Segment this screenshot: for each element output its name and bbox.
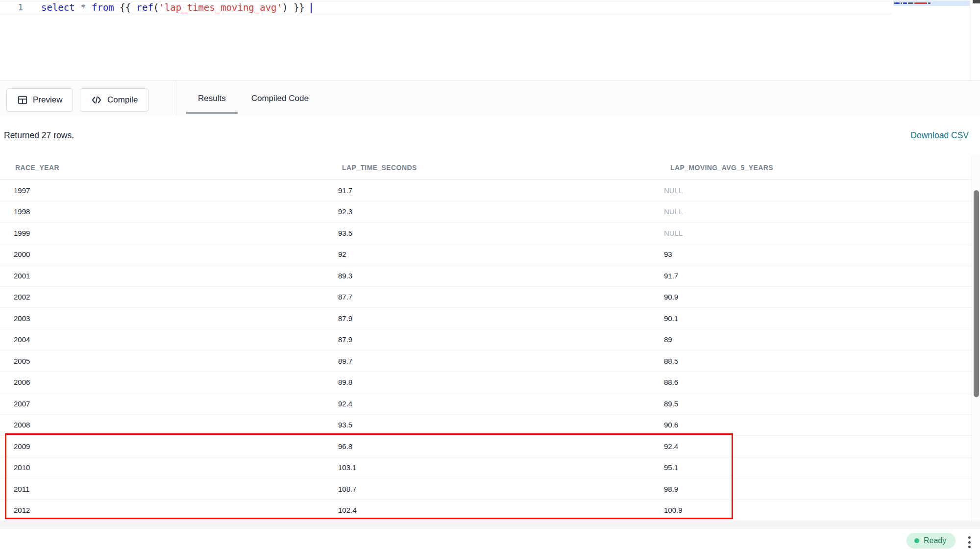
table-row: 20009293: [0, 244, 972, 266]
preview-button[interactable]: Preview: [6, 88, 73, 112]
results-toolbar: Preview Compile ResultsCompiled Code: [0, 80, 980, 115]
table-row: 200589.788.5: [0, 351, 972, 372]
editor-scrollbar-thumb[interactable]: [973, 0, 980, 3]
table-grid-icon: [17, 95, 28, 105]
table-cell: NULL: [664, 229, 972, 237]
table-cell: 93.5: [338, 421, 664, 429]
minimap[interactable]: [893, 0, 970, 6]
table-cell: 90.9: [664, 293, 972, 301]
code-token: select: [41, 2, 75, 13]
table-cell: 92.3: [338, 207, 664, 216]
kebab-dot: [968, 536, 971, 539]
line-number: 1: [15, 2, 26, 12]
table-row: 200893.590.6: [0, 415, 972, 436]
table-cell: 102.4: [338, 506, 664, 514]
vertical-scrollbar-thumb[interactable]: [974, 190, 979, 397]
table-cell: 92.4: [664, 442, 972, 451]
horizontal-scrollbar-track[interactable]: [0, 521, 980, 528]
table-cell: 89.8: [338, 378, 664, 386]
table-cell: 2008: [0, 421, 338, 429]
table-cell: 91.7: [664, 272, 972, 280]
table-row: 199791.7NULL: [0, 180, 972, 201]
code-token: [75, 2, 80, 13]
kebab-dot: [968, 546, 971, 548]
compile-button[interactable]: Compile: [80, 88, 148, 112]
table-cell: 88.6: [664, 378, 972, 386]
kebab-menu-button[interactable]: [965, 535, 974, 549]
table-cell: 87.7: [338, 293, 664, 301]
table-cell: 93.5: [338, 229, 664, 237]
compile-button-label: Compile: [107, 95, 138, 105]
table-row: 200996.892.4: [0, 436, 972, 457]
code-token: {{: [114, 2, 137, 13]
table-row: 200189.391.7: [0, 265, 972, 287]
code-token: [86, 2, 92, 13]
code-token: }}: [288, 2, 310, 13]
table-cell: 2012: [0, 506, 338, 514]
table-cell: 2001: [0, 272, 338, 280]
editor-right-border: [970, 0, 970, 80]
status-badge[interactable]: Ready: [906, 533, 956, 549]
code-token: from: [92, 2, 114, 13]
column-header: LAP_TIME_SECONDS: [338, 164, 664, 172]
table-cell: 88.5: [664, 357, 972, 365]
code-line[interactable]: select * from {{ ref('lap_times_moving_a…: [41, 1, 312, 13]
table-header-row: RACE_YEARLAP_TIME_SECONDSLAP_MOVING_AVG_…: [0, 156, 972, 180]
table-cell: NULL: [664, 186, 972, 195]
table-cell: 87.9: [338, 314, 664, 323]
table-cell: 96.8: [338, 442, 664, 451]
code-token: 'lap_times_moving_avg': [159, 2, 282, 13]
table-row: 200487.989: [0, 329, 972, 351]
minimap-mark: [908, 2, 913, 4]
status-bar: Ready: [0, 528, 980, 551]
tab-compiled-code[interactable]: Compiled Code: [240, 81, 320, 116]
table-cell: 90.6: [664, 421, 972, 429]
table-cell: 1999: [0, 229, 338, 237]
table-row: 199993.5NULL: [0, 223, 972, 244]
table-cell: 90.1: [664, 314, 972, 323]
row-count-text: Returned 27 rows.: [4, 130, 74, 141]
table-cell: 100.9: [664, 506, 972, 514]
table-cell: 2006: [0, 378, 338, 386]
table-cell: 2000: [0, 250, 338, 258]
vertical-scrollbar-track[interactable]: [972, 156, 980, 521]
table-body: 199791.7NULL199892.3NULL199993.5NULL2000…: [0, 180, 972, 521]
minimap-mark: [894, 2, 900, 4]
minimap-mark: [928, 2, 931, 4]
table-cell: 98.9: [664, 485, 972, 493]
table-cell: 2009: [0, 442, 338, 451]
minimap-mark: [914, 2, 927, 4]
table-row: 199892.3NULL: [0, 201, 972, 223]
table-cell: 1997: [0, 186, 338, 195]
table-cell: 1998: [0, 207, 338, 216]
table-cell: 93: [664, 250, 972, 258]
table-cell: 95.1: [664, 463, 972, 472]
table-row: 2010103.195.1: [0, 457, 972, 479]
table-cell: 103.1: [338, 463, 664, 472]
table-cell: 89.3: [338, 272, 664, 280]
table-cell: 2007: [0, 400, 338, 408]
table-row: 200792.489.5: [0, 393, 972, 415]
table-cell: 89.5: [664, 400, 972, 408]
table-cell: 91.7: [338, 186, 664, 195]
sql-editor[interactable]: 1 select * from {{ ref('lap_times_moving…: [0, 0, 980, 80]
ready-dot-icon: [914, 538, 919, 543]
minimap-mark: [901, 2, 902, 4]
status-badge-label: Ready: [924, 536, 946, 545]
tab-results[interactable]: Results: [186, 81, 238, 116]
table-cell: 2010: [0, 463, 338, 472]
table-cell: 2004: [0, 335, 338, 344]
download-csv-link[interactable]: Download CSV: [910, 130, 969, 141]
table-cell: 89: [664, 335, 972, 344]
minimap-line: [894, 2, 931, 4]
preview-button-label: Preview: [33, 95, 62, 105]
result-tabs: ResultsCompiled Code: [186, 81, 320, 116]
table-cell: 87.9: [338, 335, 664, 344]
minimap-mark: [903, 2, 907, 4]
column-header: LAP_MOVING_AVG_5_YEARS: [664, 164, 972, 172]
code-token: *: [80, 2, 86, 13]
table-cell: 92: [338, 250, 664, 258]
table-cell: 108.7: [338, 485, 664, 493]
table-row: 200689.888.6: [0, 372, 972, 394]
table-cell: NULL: [664, 207, 972, 216]
